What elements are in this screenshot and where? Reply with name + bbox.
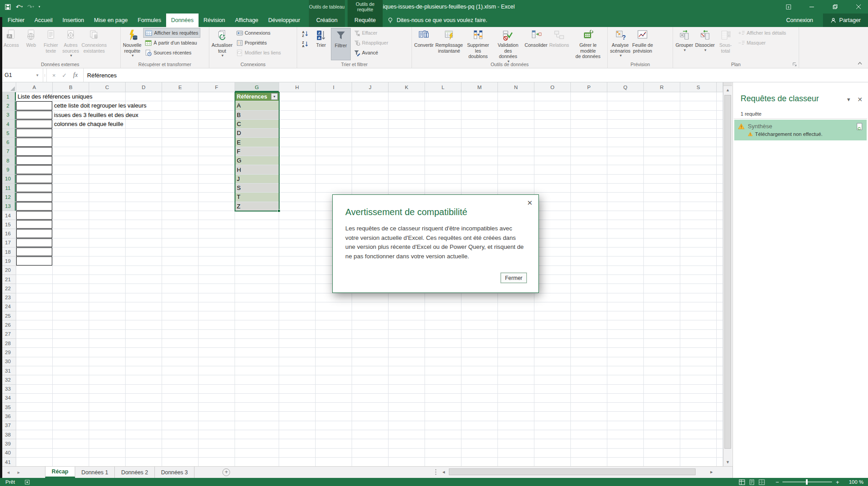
cell-S40[interactable] bbox=[680, 449, 717, 458]
cell-M1[interactable] bbox=[461, 92, 498, 101]
cell-L25[interactable] bbox=[425, 311, 461, 320]
confirm-entry-icon[interactable]: ✓ bbox=[62, 72, 67, 79]
cell-F22[interactable] bbox=[199, 284, 235, 293]
cell-N5[interactable] bbox=[498, 129, 534, 138]
cell-H35[interactable] bbox=[279, 403, 316, 412]
cell-D13[interactable] bbox=[126, 202, 162, 211]
trier-button[interactable]: ZATrier bbox=[311, 28, 331, 60]
cell-D24[interactable] bbox=[126, 302, 162, 311]
cell-S27[interactable] bbox=[680, 330, 717, 339]
cell-H27[interactable] bbox=[279, 330, 316, 339]
cell-I34[interactable] bbox=[316, 394, 352, 403]
close-icon[interactable] bbox=[853, 2, 864, 12]
cell-O24[interactable] bbox=[534, 302, 571, 311]
cell-A22[interactable] bbox=[16, 284, 53, 293]
cell-G41[interactable] bbox=[235, 458, 279, 466]
convertir-button[interactable]: Convertir bbox=[413, 28, 434, 60]
cell-M31[interactable] bbox=[461, 366, 498, 375]
cell-O5[interactable] bbox=[534, 129, 571, 138]
sheet-tab-donn-es-2[interactable]: Données 2 bbox=[115, 467, 154, 478]
cell-P18[interactable] bbox=[571, 248, 607, 256]
cell-P40[interactable] bbox=[571, 449, 607, 458]
cell-R29[interactable] bbox=[644, 348, 680, 357]
column-header-S[interactable]: S bbox=[680, 82, 717, 92]
cell-E29[interactable] bbox=[162, 348, 199, 357]
cell-E5[interactable] bbox=[162, 129, 199, 138]
afficher-les-requ-tes-button[interactable]: Afficher les requêtes bbox=[143, 28, 200, 38]
cell-x19[interactable] bbox=[717, 256, 723, 266]
cell-D25[interactable] bbox=[126, 311, 162, 320]
cell-G35[interactable] bbox=[235, 403, 279, 412]
cell-C17[interactable] bbox=[89, 238, 126, 248]
cell-G14[interactable] bbox=[235, 211, 279, 220]
cell-F8[interactable] bbox=[199, 156, 235, 165]
cell-S24[interactable] bbox=[680, 302, 717, 311]
cell-J24[interactable] bbox=[352, 302, 389, 311]
cell-M30[interactable] bbox=[461, 357, 498, 366]
cell-O13[interactable] bbox=[534, 202, 571, 211]
cell-P1[interactable] bbox=[571, 92, 607, 101]
cell-K32[interactable] bbox=[389, 375, 425, 384]
cell-P38[interactable] bbox=[571, 430, 607, 439]
cell-G5[interactable]: D bbox=[235, 129, 279, 138]
cell-B19[interactable] bbox=[53, 256, 89, 266]
cell-G40[interactable] bbox=[235, 449, 279, 458]
cell-H13[interactable] bbox=[279, 202, 316, 211]
cell-K24[interactable] bbox=[389, 302, 425, 311]
cell-S31[interactable] bbox=[680, 366, 717, 375]
cell-P26[interactable] bbox=[571, 320, 607, 329]
cell-x20[interactable] bbox=[717, 266, 723, 275]
cell-x11[interactable] bbox=[717, 184, 723, 193]
row-header-41[interactable]: 41 bbox=[0, 458, 16, 466]
cell-E41[interactable] bbox=[162, 458, 199, 466]
cell-D39[interactable] bbox=[126, 439, 162, 448]
cell-N26[interactable] bbox=[498, 320, 534, 329]
vertical-scrollbar[interactable]: ▲ ▼ bbox=[723, 82, 732, 466]
cell-F21[interactable] bbox=[199, 275, 235, 284]
cell-A31[interactable] bbox=[16, 366, 53, 375]
tell-me-box[interactable]: Dites-nous ce que vous voulez faire. bbox=[387, 14, 488, 27]
filter-dropdown-icon[interactable]: ▼ bbox=[271, 93, 278, 100]
row-header-26[interactable]: 26 bbox=[0, 320, 16, 329]
cell-E33[interactable] bbox=[162, 385, 199, 394]
cell-G25[interactable] bbox=[235, 311, 279, 320]
cell-E10[interactable] bbox=[162, 175, 199, 184]
cell-N23[interactable] bbox=[498, 293, 534, 302]
cell-O3[interactable] bbox=[534, 111, 571, 120]
insert-function-icon[interactable]: fx bbox=[73, 72, 78, 79]
tab-creation[interactable]: Création bbox=[309, 14, 345, 27]
cell-C38[interactable] bbox=[89, 430, 126, 439]
column-header-O[interactable]: O bbox=[534, 82, 571, 92]
cell-J9[interactable] bbox=[352, 165, 389, 174]
cell-A6[interactable] bbox=[16, 138, 53, 147]
cell-J33[interactable] bbox=[352, 385, 389, 394]
scroll-down-arrow[interactable]: ▼ bbox=[723, 458, 732, 466]
cell-D18[interactable] bbox=[126, 248, 162, 256]
cell-N28[interactable] bbox=[498, 339, 534, 348]
cell-G1[interactable]: Références▼ bbox=[235, 92, 279, 101]
row-header-29[interactable]: 29 bbox=[0, 348, 16, 357]
cell-C29[interactable] bbox=[89, 348, 126, 357]
feuille-de-pr-vision-button[interactable]: Feuille de prévision bbox=[631, 28, 654, 60]
cell-R5[interactable] bbox=[644, 129, 680, 138]
column-header-B[interactable]: B bbox=[53, 82, 89, 92]
fichier-texte-button[interactable]: Fichier texte bbox=[41, 28, 61, 60]
cell-F26[interactable] bbox=[199, 320, 235, 329]
cell-x24[interactable] bbox=[717, 302, 723, 311]
dissocier-button[interactable]: Dissocier▼ bbox=[694, 28, 716, 60]
cell-I11[interactable] bbox=[316, 184, 352, 193]
cell-P29[interactable] bbox=[571, 348, 607, 357]
row-header-1[interactable]: 1 bbox=[0, 92, 16, 101]
cell-B20[interactable] bbox=[53, 266, 89, 275]
cell-D34[interactable] bbox=[126, 394, 162, 403]
cell-P28[interactable] bbox=[571, 339, 607, 348]
fill-handle[interactable] bbox=[277, 209, 280, 212]
cell-J28[interactable] bbox=[352, 339, 389, 348]
cell-G7[interactable]: F bbox=[235, 147, 279, 156]
cell-F36[interactable] bbox=[199, 412, 235, 421]
cell-C41[interactable] bbox=[89, 458, 126, 466]
cell-R4[interactable] bbox=[644, 120, 680, 129]
cell-x21[interactable] bbox=[717, 275, 723, 284]
cell-F12[interactable] bbox=[199, 193, 235, 202]
cell-O36[interactable] bbox=[534, 412, 571, 421]
